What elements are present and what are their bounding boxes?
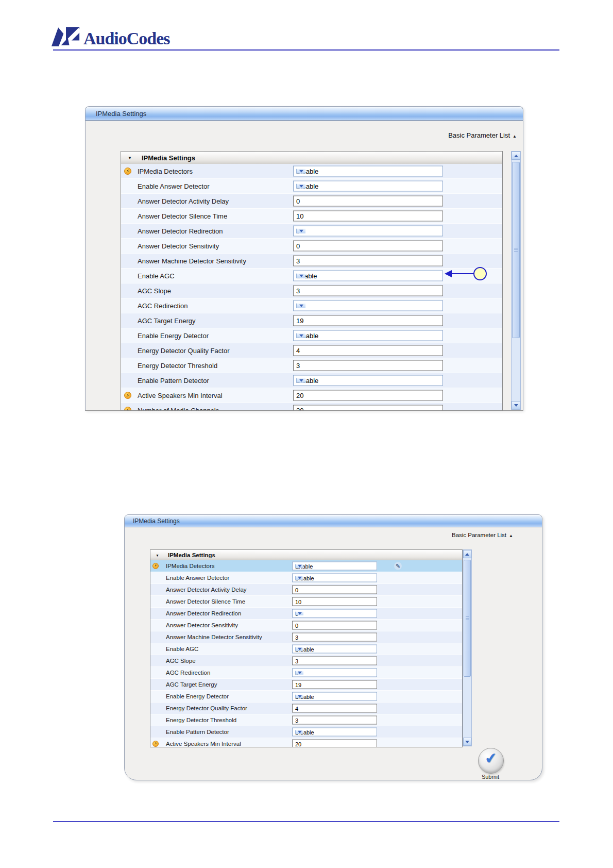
enable-energy-detector-select[interactable]: Disable — [293, 330, 443, 341]
scrollbar-thumb[interactable] — [512, 162, 520, 338]
answer-detector-silence-time-input[interactable]: 10 — [292, 597, 377, 606]
window-title: IPMedia Settings — [96, 110, 146, 118]
table-row: Enable Pattern DetectorDisable — [150, 726, 462, 738]
param-label-answer-detector-activity-delay: Answer Detector Activity Delay — [166, 587, 247, 593]
active-speakers-min-interval-input[interactable]: 20 — [293, 390, 443, 401]
energy-detector-threshold-input[interactable]: 3 — [293, 360, 443, 371]
active-speakers-min-interval-input[interactable]: 20 — [292, 740, 377, 748]
param-label-answer-detector-silence-time: Answer Detector Silence Time — [138, 212, 227, 220]
check-icon: ✔ — [478, 748, 504, 769]
answer-detector-sensitivity-input[interactable]: 0 — [293, 241, 443, 252]
scrollbar-grip-icon — [466, 616, 469, 621]
triangle-down-icon — [298, 565, 302, 567]
chevron-down-icon[interactable] — [295, 611, 303, 615]
input-value: 4 — [295, 705, 298, 711]
input-value: 20 — [296, 407, 303, 411]
enable-agc-select[interactable]: Disable — [292, 645, 377, 654]
answer-machine-detector-sensitivity-input[interactable]: 3 — [292, 633, 377, 642]
param-label-enable-energy-detector: Enable Energy Detector — [166, 693, 229, 699]
chevron-down-icon[interactable] — [295, 647, 303, 651]
energy-detector-quality-factor-input[interactable]: 4 — [292, 704, 377, 713]
basic-parameter-list-toggle[interactable]: Basic Parameter List▲ — [448, 131, 517, 139]
input-value: 0 — [295, 622, 298, 628]
table-row: Answer Detector Activity Delay0 — [121, 194, 502, 209]
chevron-down-icon[interactable] — [296, 333, 305, 338]
ipmedia-detectors-select[interactable]: Enable — [292, 562, 377, 571]
param-label-enable-agc: Enable AGC — [166, 646, 198, 652]
enable-pattern-detector-select[interactable]: Disable — [292, 728, 377, 737]
param-label-agc-redirection: AGC Redirection — [138, 302, 188, 310]
agc-slope-input[interactable]: 3 — [293, 286, 443, 296]
scroll-up-button[interactable] — [463, 550, 471, 558]
answer-detector-sensitivity-input[interactable]: 0 — [292, 621, 377, 630]
submit-button[interactable]: ✔ — [478, 748, 504, 774]
vertical-scrollbar[interactable] — [463, 549, 472, 746]
enable-answer-detector-select[interactable]: Disable — [293, 181, 443, 192]
param-label-answer-detector-silence-time: Answer Detector Silence Time — [166, 598, 245, 605]
chevron-down-icon[interactable] — [295, 576, 303, 580]
number-of-media-channels-input[interactable]: 20 — [293, 405, 443, 411]
table-row: Answer Detector Redirection0 — [121, 224, 502, 239]
agc-redirection-select[interactable]: 0 — [293, 301, 443, 311]
param-label-enable-energy-detector: Enable Energy Detector — [138, 332, 209, 340]
triangle-down-icon — [465, 741, 469, 743]
enable-pattern-detector-select[interactable]: Disable — [293, 375, 443, 386]
chevron-down-icon[interactable] — [296, 169, 305, 174]
answer-detector-redirection-select[interactable]: 0 — [293, 226, 443, 237]
basic-parameter-list-toggle[interactable]: Basic Parameter List▲ — [452, 532, 513, 538]
chevron-down-icon[interactable] — [296, 303, 305, 308]
group-header[interactable]: ▼ IPMedia Settings — [121, 152, 502, 164]
chevron-down-icon[interactable] — [295, 671, 303, 675]
input-value: 20 — [296, 392, 303, 399]
scroll-down-button[interactable] — [463, 738, 471, 746]
param-label-answer-machine-detector-sensitivity: Answer Machine Detector Sensitivity — [166, 634, 262, 640]
enable-energy-detector-select[interactable]: Disable — [292, 692, 377, 701]
vertical-scrollbar[interactable] — [511, 151, 521, 410]
param-label-energy-detector-quality-factor: Energy Detector Quality Factor — [166, 705, 247, 711]
enable-answer-detector-select[interactable]: Disable — [292, 574, 377, 582]
answer-detector-activity-delay-input[interactable]: 0 — [293, 196, 443, 207]
chevron-down-icon[interactable] — [296, 273, 305, 278]
chevron-down-icon[interactable] — [296, 228, 305, 233]
chevron-down-icon[interactable] — [295, 730, 303, 734]
agc-target-energy-input[interactable]: 19 — [293, 315, 443, 326]
ipmedia-detectors-select[interactable]: Disable — [293, 166, 443, 177]
energy-detector-quality-factor-input[interactable]: 4 — [293, 345, 443, 356]
scrollbar-thumb[interactable] — [464, 560, 471, 677]
answer-machine-detector-sensitivity-input[interactable]: 3 — [293, 256, 443, 266]
scroll-up-button[interactable] — [512, 152, 520, 160]
collapse-triangle-icon: ▼ — [156, 554, 159, 557]
triangle-down-icon — [298, 695, 302, 698]
answer-detector-silence-time-input[interactable]: 10 — [293, 211, 443, 222]
input-value: 0 — [296, 197, 300, 205]
param-label-answer-detector-sensitivity: Answer Detector Sensitivity — [138, 242, 219, 250]
group-header[interactable]: ▼ IPMedia Settings — [150, 550, 462, 561]
table-row: AGC Slope3 — [121, 283, 502, 298]
table-row: ⚡IPMedia DetectorsEnable✎ — [150, 560, 462, 572]
answer-detector-redirection-select[interactable]: 0 — [292, 609, 377, 618]
chevron-down-icon[interactable] — [295, 564, 303, 568]
collapse-triangle-icon: ▼ — [128, 156, 132, 160]
agc-slope-input[interactable]: 3 — [292, 657, 377, 665]
chevron-up-icon: ▲ — [513, 134, 517, 139]
chevron-down-icon[interactable] — [296, 378, 305, 383]
lightning-icon: ⚡ — [152, 741, 159, 747]
param-label-active-speakers-min-interval: Active Speakers Min Interval — [166, 741, 241, 747]
param-label-agc-slope: AGC Slope — [138, 287, 171, 295]
table-row: Enable Energy DetectorDisable — [150, 691, 462, 703]
scrollbar-grip-icon — [514, 248, 518, 252]
enable-agc-select[interactable]: Enable — [293, 271, 443, 281]
input-value: 0 — [295, 587, 298, 593]
energy-detector-threshold-input[interactable]: 3 — [292, 716, 377, 725]
agc-redirection-select[interactable]: 0 — [292, 669, 377, 677]
agc-target-energy-input[interactable]: 19 — [292, 680, 377, 689]
annotation-arrow-line — [452, 273, 475, 274]
triangle-up-icon — [465, 553, 469, 556]
scroll-down-button[interactable] — [512, 401, 520, 409]
chevron-down-icon[interactable] — [295, 694, 303, 698]
input-value: 3 — [295, 634, 298, 640]
edit-pencil-icon[interactable]: ✎ — [394, 562, 402, 570]
answer-detector-activity-delay-input[interactable]: 0 — [292, 586, 377, 594]
chevron-down-icon[interactable] — [296, 183, 305, 189]
table-row: Answer Detector Silence Time10 — [121, 209, 502, 224]
